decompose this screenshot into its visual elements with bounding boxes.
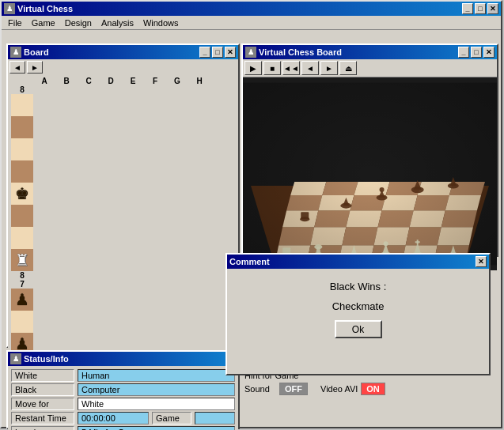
cell-a7[interactable]: ♟ — [11, 289, 33, 311]
vchess-btn-eject[interactable]: ⏏ — [339, 61, 357, 75]
dialog-line1: Black Wins : — [330, 281, 387, 292]
col-label-b: B — [55, 77, 78, 85]
vchess-title: Virtual Chess Board — [259, 47, 458, 57]
vchess-close-btn[interactable]: ✕ — [483, 47, 495, 58]
close-button[interactable]: ✕ — [487, 3, 498, 14]
board-row-8: 8 ♚ ♜ 8 — [11, 85, 223, 280]
black-value: Computer — [78, 383, 235, 396]
white-rook-h8: ♜ — [15, 252, 29, 268]
maximize-button[interactable]: □ — [475, 3, 486, 14]
svg-rect-59 — [243, 83, 497, 266]
menu-windows[interactable]: Windows — [138, 17, 184, 29]
vchess-btn-next[interactable]: ► — [320, 61, 338, 75]
col-label-e: E — [122, 77, 144, 85]
restant-value: 00:00:00 — [78, 412, 149, 424]
menu-game[interactable]: Game — [27, 17, 60, 29]
cell-g8[interactable] — [11, 227, 33, 249]
board-nav: ◄ ► — [9, 61, 237, 74]
level-label: Level — [11, 426, 74, 430]
game-label: Game — [152, 412, 191, 424]
board-close-btn[interactable]: ✕ — [225, 47, 236, 58]
vchess-btn-play[interactable]: ▶ — [244, 61, 262, 75]
cell-b7[interactable] — [11, 311, 33, 333]
movefor-label: Move for — [11, 398, 74, 410]
status-icon: ♟ — [10, 353, 21, 364]
board-nav-left[interactable]: ◄ — [9, 61, 25, 74]
cell-h8[interactable]: ♜ — [11, 249, 33, 271]
row-label-8: 8 — [11, 85, 33, 94]
vchess-titlebar: ♟ Virtual Chess Board _ □ ✕ — [243, 45, 497, 59]
col-label-f: F — [144, 77, 166, 85]
dialog-content: Black Wins : Checkmate Ok — [227, 269, 489, 350]
minimize-button[interactable]: _ — [462, 3, 473, 14]
vchess-maximize-btn[interactable]: □ — [471, 47, 482, 58]
vchess-icon: ♟ — [245, 47, 256, 58]
cell-b8[interactable] — [11, 116, 33, 138]
black-pawn-a7: ♟ — [15, 292, 29, 307]
menu-file[interactable]: File — [3, 17, 27, 29]
vchess-toolbar: ▶ ■ ◄◄ ◄ ► ⏏ — [243, 59, 497, 77]
sound-label: Sound — [244, 384, 276, 394]
cell-c8[interactable] — [11, 138, 33, 160]
row-label-7: 7 — [11, 280, 33, 289]
black-king: ♚ — [15, 186, 29, 202]
board-icon: ♟ — [10, 47, 21, 58]
menu-analysis[interactable]: Analysis — [97, 17, 138, 29]
board-window-controls: _ □ ✕ — [199, 47, 236, 58]
col-label-g: G — [166, 77, 188, 85]
main-window-controls: _ □ ✕ — [462, 3, 498, 14]
main-titlebar: ♟ Virtual Chess _ □ ✕ — [2, 2, 501, 16]
restant-label: Restant Time — [11, 412, 74, 424]
col-label-d: D — [100, 77, 122, 85]
board-maximize-btn[interactable]: □ — [212, 47, 223, 58]
vchess-btn-rewind[interactable]: ◄◄ — [282, 61, 300, 75]
board-nav-right[interactable]: ► — [27, 61, 43, 74]
level-value: 5 Min for Game — [78, 426, 235, 430]
col-label-h: H — [188, 77, 210, 85]
black-label: Black — [11, 383, 74, 396]
row-label-8r: 8 — [11, 271, 33, 280]
white-value: Human — [78, 369, 235, 382]
cell-d8[interactable] — [11, 160, 33, 183]
col-label-c: C — [78, 77, 100, 85]
comment-window-controls: ✕ — [476, 256, 487, 267]
ok-button[interactable]: Ok — [335, 320, 382, 338]
status-window: ♟ Status/Info White Human Black Computer… — [6, 350, 240, 429]
status-content: White Human Black Computer Move for Whit… — [8, 366, 238, 430]
menu-design[interactable]: Design — [60, 17, 97, 29]
vchess-minimize-btn[interactable]: _ — [458, 47, 469, 58]
vchess-btn-prev[interactable]: ◄ — [301, 61, 319, 75]
app-title: Virtual Chess — [17, 4, 462, 13]
black-pawn-c7: ♟ — [15, 336, 29, 352]
movefor-value: White — [78, 398, 235, 410]
cell-e8[interactable]: ♚ — [11, 183, 33, 205]
comment-close-btn[interactable]: ✕ — [476, 256, 487, 267]
board-window: ♟ Board _ □ ✕ ◄ ► A B C D E F G — [6, 43, 240, 348]
status-titlebar: ♟ Status/Info — [8, 352, 238, 366]
menubar: File Game Design Analysis Windows — [2, 16, 501, 30]
status-title: Status/Info — [24, 354, 236, 364]
app-icon: ♟ — [4, 3, 15, 14]
cell-a8[interactable] — [11, 94, 33, 116]
board-col-labels-row: A B C D E F G H — [11, 77, 223, 85]
comment-dialog: Comment ✕ Black Wins : Checkmate Ok — [225, 253, 491, 375]
board-minimize-btn[interactable]: _ — [199, 47, 210, 58]
chess-3d-view — [243, 77, 497, 270]
dialog-line2: Checkmate — [332, 300, 385, 312]
board-titlebar: ♟ Board _ □ ✕ — [8, 45, 238, 59]
chess-3d-svg — [243, 77, 497, 270]
board-title: Board — [24, 47, 199, 57]
game-mode-value — [195, 412, 235, 424]
vchess-window-controls: _ □ ✕ — [458, 47, 495, 58]
cell-f8[interactable] — [11, 205, 33, 227]
comment-titlebar: Comment ✕ — [227, 255, 489, 269]
sound-toggle[interactable]: OFF — [279, 383, 308, 395]
vchess-window: ♟ Virtual Chess Board _ □ ✕ ▶ ■ ◄◄ ◄ ► ⏏ — [241, 43, 498, 257]
video-toggle[interactable]: ON — [361, 383, 385, 395]
status-grid: White Human Black Computer Move for Whit… — [11, 369, 235, 410]
video-label: Video AVI — [320, 384, 358, 394]
comment-title: Comment — [229, 257, 476, 266]
vchess-btn-stop[interactable]: ■ — [263, 61, 281, 75]
white-label: White — [11, 369, 74, 382]
sound-row: Sound OFF Video AVI ON — [244, 383, 495, 395]
